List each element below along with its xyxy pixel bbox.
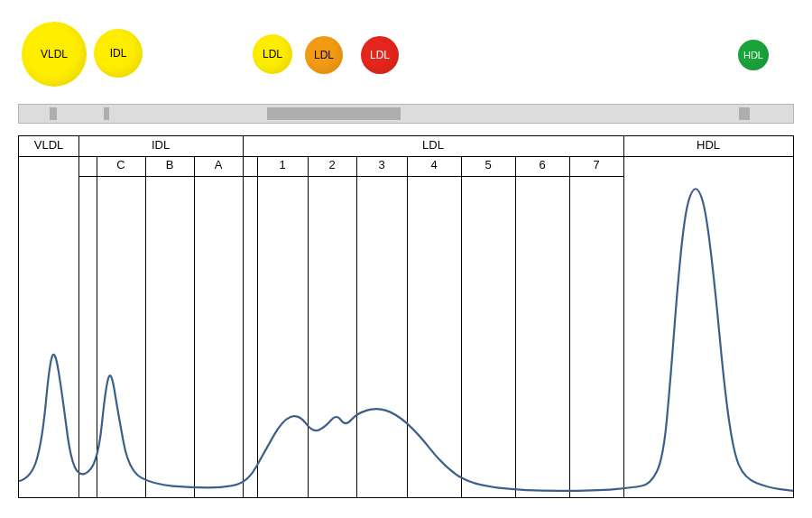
legend-hdl: HDL — [738, 40, 769, 70]
legend-ldl_c: LDL — [361, 36, 399, 74]
legend-idl: IDL — [94, 29, 143, 78]
legend-vldl: VLDL — [22, 22, 87, 87]
chart-frame: VLDLIDLLDLHDLCBA1234567 — [18, 135, 794, 498]
gel-band — [267, 107, 401, 120]
legend-ldl_b: LDL — [305, 36, 343, 74]
gel-band — [739, 107, 750, 120]
gel-bar — [18, 104, 794, 124]
legend-ldl_a: LDL — [253, 34, 292, 74]
gel-band — [50, 107, 57, 120]
trace-curve — [19, 136, 793, 497]
gel-band — [104, 107, 109, 120]
lipoprotein-chart: VLDLIDLLDLLDLLDLHDLVLDLIDLLDLHDLCBA12345… — [0, 0, 812, 518]
